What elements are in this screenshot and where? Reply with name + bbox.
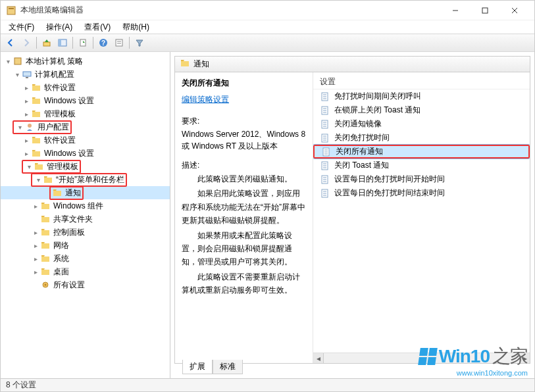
- tree-shared-folders[interactable]: 共享文件夹: [1, 212, 170, 226]
- tab-extended[interactable]: 扩展: [182, 360, 213, 374]
- list-row-label: 设置每日的免打扰时间开始时间: [334, 174, 445, 185]
- scroll-right-arrow[interactable]: ▸: [519, 353, 530, 363]
- svg-rect-28: [41, 217, 49, 222]
- folder-icon: [31, 109, 41, 119]
- toolbar: ?: [1, 34, 534, 52]
- policy-item-icon: [320, 188, 330, 199]
- list-row-label: 关闭通知镜像: [334, 118, 382, 130]
- tree-label: “开始”菜单和任务栏: [56, 174, 124, 185]
- column-header-settings[interactable]: 设置: [313, 75, 530, 89]
- folder-open-icon: [52, 187, 63, 198]
- expander-icon[interactable]: ▸: [31, 254, 40, 263]
- folder-icon: [31, 95, 41, 106]
- expander-icon[interactable]: ▾: [3, 57, 13, 66]
- window-title: 本地组策略编辑器: [20, 5, 440, 16]
- expander-icon[interactable]: ▸: [31, 241, 40, 250]
- help-button[interactable]: ?: [96, 36, 111, 50]
- expander-icon[interactable]: ▾: [34, 175, 43, 184]
- tree-comp-windows[interactable]: ▸ Windows 设置: [1, 94, 170, 107]
- tree-user-admin[interactable]: ▾ 管理模板: [1, 160, 170, 173]
- folder-icon: [40, 253, 51, 264]
- svg-rect-31: [41, 257, 49, 262]
- tree-start-taskbar[interactable]: ▾ “开始”菜单和任务栏: [1, 173, 170, 186]
- description-paragraph: 此策略设置不需要重新启动计算机或重新启动服务即可生效。: [182, 270, 306, 297]
- tree-desktop[interactable]: ▸ 桌面: [1, 265, 170, 278]
- folder-icon: [34, 161, 44, 172]
- svg-rect-6: [43, 42, 50, 46]
- folder-icon: [40, 201, 51, 211]
- svg-rect-17: [26, 77, 28, 78]
- list-row[interactable]: 在锁屏上关闭 Toast 通知: [313, 103, 530, 117]
- list-row[interactable]: 关闭所有通知: [313, 145, 530, 159]
- expander-icon[interactable]: ▸: [22, 83, 31, 92]
- filter-button[interactable]: [132, 36, 147, 50]
- list-row[interactable]: 设置每日的免打扰时间开始时间: [313, 172, 530, 186]
- export-button[interactable]: [76, 36, 90, 50]
- horizontal-scrollbar[interactable]: ◂ ▸: [313, 353, 530, 363]
- list-row-label: 在锁屏上关闭 Toast 通知: [334, 105, 420, 116]
- svg-rect-24: [35, 164, 43, 170]
- tree-user-software[interactable]: ▸ 软件设置: [1, 134, 170, 147]
- show-hide-tree-button[interactable]: [55, 36, 70, 50]
- expander-icon[interactable]: ▸: [22, 109, 31, 118]
- menu-help[interactable]: 帮助(H): [117, 20, 155, 34]
- menu-file[interactable]: 文件(F): [3, 20, 39, 34]
- minimize-button[interactable]: [440, 1, 470, 20]
- tree-user-config[interactable]: ▾ 用户配置: [1, 120, 170, 134]
- tree-notifications[interactable]: 通知: [1, 186, 170, 199]
- tree-all-settings[interactable]: 所有设置: [1, 278, 170, 291]
- scroll-track[interactable]: [324, 353, 519, 363]
- forward-button[interactable]: [19, 36, 34, 50]
- list-row[interactable]: 设置每日的免打扰时间结束时间: [313, 186, 530, 200]
- list-row-label: 关闭 Toast 通知: [334, 160, 389, 171]
- policy-item-icon: [320, 174, 330, 185]
- up-button[interactable]: [39, 36, 54, 50]
- tree-windows-components[interactable]: ▸ Windows 组件: [1, 199, 170, 212]
- menu-action[interactable]: 操作(A): [41, 20, 78, 34]
- expander-icon[interactable]: ▸: [31, 267, 40, 276]
- expander-icon[interactable]: ▸: [31, 201, 40, 210]
- back-button[interactable]: [3, 36, 18, 50]
- tree-network[interactable]: ▸ 网络: [1, 239, 170, 252]
- list-row[interactable]: 关闭通知镜像: [313, 117, 530, 131]
- menubar: 文件(F) 操作(A) 查看(V) 帮助(H): [1, 20, 534, 34]
- tree-user-windows[interactable]: ▸ Windows 设置: [1, 147, 170, 160]
- edit-policy-link[interactable]: 编辑策略设置: [182, 94, 229, 105]
- tree-control-panel[interactable]: ▸ 控制面板: [1, 226, 170, 239]
- description-paragraph: 如果启用此策略设置，则应用程序和系统功能无法在“开始”屏幕中更新其磁贴和磁贴锁屏…: [182, 187, 306, 227]
- expander-icon[interactable]: ▸: [31, 228, 40, 237]
- expander-icon[interactable]: ▸: [22, 96, 31, 105]
- svg-rect-30: [41, 243, 49, 249]
- properties-button[interactable]: [112, 36, 126, 50]
- list-row[interactable]: 关闭免打扰时间: [313, 131, 530, 145]
- tree-label: Windows 设置: [44, 95, 94, 107]
- tree-comp-software[interactable]: ▸ 软件设置: [1, 81, 170, 94]
- tree-label: 网络: [53, 240, 69, 251]
- tree-comp-admin[interactable]: ▸ 管理模板: [1, 107, 170, 120]
- tab-standard[interactable]: 标准: [213, 360, 243, 374]
- folder-icon: [43, 174, 53, 185]
- tree-panel[interactable]: ▾ 本地计算机 策略 ▾ 计算机配置 ▸ 软件设置 ▸ Windows 设置 ▸…: [1, 52, 170, 378]
- svg-rect-27: [41, 204, 49, 209]
- maximize-button[interactable]: [470, 1, 499, 20]
- tree-root[interactable]: ▾ 本地计算机 策略: [1, 55, 170, 68]
- scroll-left-arrow[interactable]: ◂: [313, 353, 324, 363]
- menu-view[interactable]: 查看(V): [79, 20, 116, 34]
- policy-item-icon: [320, 105, 330, 116]
- requirements-text: Windows Server 2012、Windows 8 或 Windows …: [182, 128, 306, 152]
- expander-icon[interactable]: ▾: [15, 122, 24, 132]
- tree-label: 软件设置: [44, 135, 76, 146]
- expander-icon[interactable]: ▸: [22, 135, 31, 145]
- expander-icon[interactable]: ▾: [24, 162, 34, 171]
- list-row[interactable]: 免打扰时间期间关闭呼叫: [313, 89, 530, 103]
- expander-icon[interactable]: ▸: [22, 149, 31, 158]
- tree-system[interactable]: ▸ 系统: [1, 252, 170, 265]
- tree-computer-config[interactable]: ▾ 计算机配置: [1, 68, 170, 81]
- tree-label: 管理模板: [44, 109, 76, 120]
- close-button[interactable]: [499, 1, 529, 20]
- settings-list[interactable]: 设置 免打扰时间期间关闭呼叫在锁屏上关闭 Toast 通知关闭通知镜像关闭免打扰…: [313, 72, 530, 363]
- svg-rect-15: [14, 58, 21, 64]
- description-paragraph: 此策略设置关闭磁贴通知。: [182, 172, 306, 185]
- list-row[interactable]: 关闭 Toast 通知: [313, 159, 530, 172]
- expander-icon[interactable]: ▾: [13, 70, 22, 79]
